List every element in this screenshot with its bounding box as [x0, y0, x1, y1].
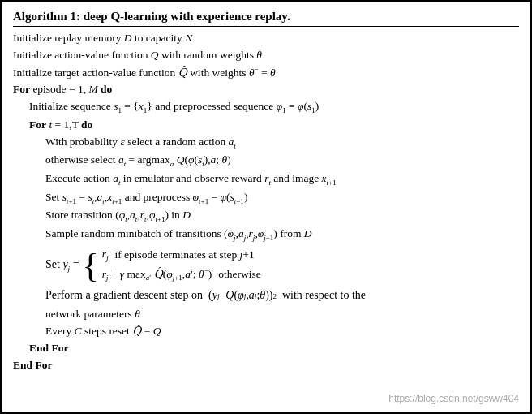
line-12: Sample random minibatch of transitions (…	[13, 226, 519, 244]
line-network-params: network parameters θ	[13, 306, 519, 323]
cases-block: rj if episode terminates at step j+1 rj …	[102, 245, 261, 284]
algorithm-box: Algorithm 1: deep Q-learning with experi…	[0, 0, 532, 414]
line-endfor-outer: End For	[13, 357, 519, 374]
algorithm-title: Algorithm 1: deep Q-learning with experi…	[13, 10, 519, 27]
watermark: https://blog.csdn.net/gsww404	[388, 393, 519, 404]
line-7: With probability ε select a random actio…	[13, 134, 519, 153]
line-4: For episode = 1, M do	[13, 81, 519, 98]
line-1: Initialize replay memory D to capacity N	[13, 30, 519, 47]
big-brace: {	[83, 248, 99, 282]
set-yj-block: Set yj = { rj if episode terminates at s…	[13, 245, 519, 284]
line-reset: Every C steps reset Q̂ = Q	[13, 323, 519, 340]
line-11: Store transition (φt,at,rt,φt+1) in D	[13, 207, 519, 226]
line-8: otherwise select at = argmaxa Q(φ(st),a;…	[13, 152, 519, 170]
case-row-1: rj if episode terminates at step j+1	[102, 245, 261, 265]
line-3: Initialize target action-value function …	[13, 64, 519, 81]
line-2: Initialize action-value function Q with …	[13, 47, 519, 64]
line-10: Set st+1 = st,at,xt+1 and preprocess φt+…	[13, 189, 519, 208]
line-5: Initialize sequence s1 = {x1} and prepro…	[13, 98, 519, 117]
line-endfor-inner: End For	[13, 340, 519, 357]
gradient-line: Perform a gradient descent step on (yj −…	[13, 287, 519, 304]
line-9: Execute action at in emulator and observ…	[13, 170, 519, 189]
line-6: For t = 1,T do	[13, 117, 519, 134]
case-row-2: rj + γ maxa′ Q̂(φj+1,a′; θ−) otherwise	[102, 265, 261, 284]
